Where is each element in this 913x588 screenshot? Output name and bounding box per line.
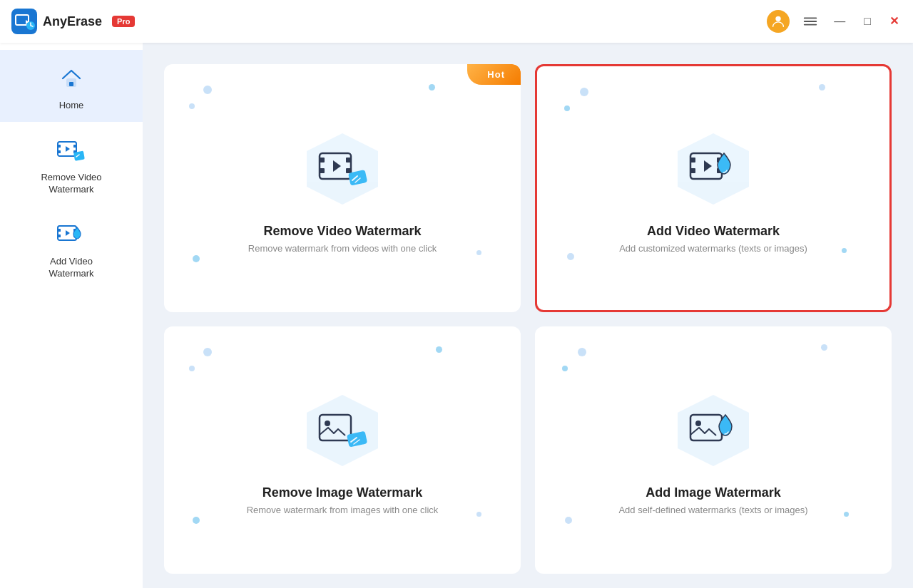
minimize-button[interactable]: — [831,14,848,29]
decoration-dot [564,105,570,111]
hex-decoration [670,391,756,470]
sidebar-home-label: Home [59,100,84,112]
sidebar-item-add-video[interactable]: Add VideoWatermark [0,206,143,290]
sidebar-add-video-label: Add VideoWatermark [49,256,93,280]
card-icon-area [663,123,763,215]
sidebar-remove-video-label: Remove VideoWatermark [41,172,101,196]
title-bar: AnyErase Pro — □ ✕ [0,0,913,43]
hex-decoration [670,130,756,208]
card-title: Add Image Watermark [646,485,780,500]
svg-rect-10 [58,145,61,148]
card-title: Remove Image Watermark [262,485,422,500]
card-add-image-watermark[interactable]: Add Image Watermark Add self-defined wat… [535,326,892,574]
card-desc: Add customized watermarks (texts or imag… [619,243,807,254]
svg-rect-11 [58,150,61,153]
card-remove-video-watermark[interactable]: Hot [164,64,521,312]
decoration-dot [565,517,572,524]
decoration-dot [203,86,212,94]
card-desc: Add self-defined watermarks (texts or im… [618,505,807,515]
remove-video-icon [56,135,87,166]
card-remove-image-watermark[interactable]: Remove Image Watermark Remove watermark … [164,326,521,574]
card-icon-area [292,123,392,215]
hot-badge: Hot [467,64,521,85]
app-logo: AnyErase Pro [11,9,135,34]
svg-point-3 [776,16,781,21]
pro-badge: Pro [112,16,135,27]
svg-rect-12 [73,145,76,148]
decoration-dot [429,84,435,91]
card-title: Add Video Watermark [647,224,780,239]
decoration-dot [193,255,200,262]
decoration-dot [436,346,442,353]
sidebar-item-remove-video[interactable]: Remove VideoWatermark [0,122,143,206]
sidebar-item-home[interactable]: Home [0,50,143,122]
svg-marker-20 [307,133,378,205]
close-button[interactable]: ✕ [887,14,902,29]
svg-rect-16 [58,229,61,232]
card-icon-area [292,384,392,477]
decoration-dot [819,84,825,91]
decoration-dot [476,250,481,255]
decoration-dot [842,248,847,253]
app-logo-icon [11,9,37,34]
svg-marker-27 [678,133,749,205]
decoration-dot [476,512,481,517]
decoration-dot [203,348,212,356]
decoration-dot [821,344,827,351]
decoration-dot [189,103,195,109]
svg-rect-17 [58,234,61,237]
decoration-dot [562,366,568,371]
card-title: Remove Video Watermark [263,224,421,239]
decoration-dot [578,348,586,356]
app-name-label: AnyErase [43,14,102,29]
svg-marker-37 [678,395,749,466]
main-layout: Home Remove VideoWatermark [0,43,913,588]
card-add-video-watermark[interactable]: Add Video Watermark Add customized water… [535,64,892,312]
hex-decoration [300,130,385,208]
svg-marker-33 [307,395,378,466]
user-avatar-icon[interactable] [767,10,790,33]
svg-rect-14 [73,150,85,160]
menu-icon[interactable] [802,14,818,29]
decoration-dot [567,253,574,260]
add-video-icon [56,219,87,250]
sidebar: Home Remove VideoWatermark [0,43,143,588]
title-bar-controls: — □ ✕ [767,10,902,33]
card-icon-area [663,384,763,477]
home-icon [56,63,87,94]
decoration-dot [844,512,849,517]
maximize-button[interactable]: □ [861,14,874,29]
card-desc: Remove watermark from videos with one cl… [248,243,437,254]
decoration-dot [189,366,195,371]
card-desc: Remove watermark from images with one cl… [247,505,439,515]
decoration-dot [580,88,588,96]
hex-decoration [300,391,385,470]
content-grid: Hot [143,43,913,588]
decoration-dot [193,517,200,524]
svg-rect-8 [69,82,73,86]
